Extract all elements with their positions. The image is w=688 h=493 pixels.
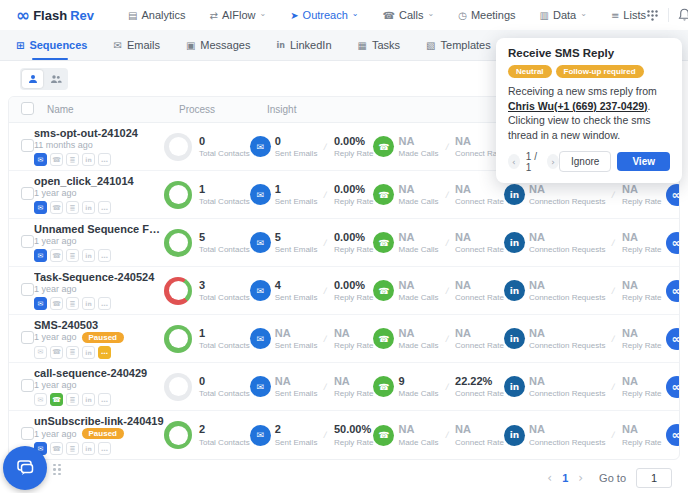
- call-metrics: ☎ NA Made Calls / NA Connect Rate: [373, 327, 503, 350]
- my-sequences-toggle[interactable]: [22, 70, 43, 88]
- popup-page-indicator: 1 / 1: [526, 151, 541, 173]
- templates-icon: ▧: [426, 40, 435, 51]
- goto-page-input[interactable]: [636, 468, 672, 488]
- open-sequence-button[interactable]: ∞: [666, 424, 680, 446]
- total-contacts-label: Total Contacts: [199, 438, 250, 447]
- task-step-icon: ≣: [66, 249, 79, 262]
- row-checkbox[interactable]: [21, 283, 34, 296]
- connect-rate-value: NA: [455, 231, 504, 243]
- total-contacts-label: Total Contacts: [199, 197, 250, 206]
- connect-rate-label: Connect Rate: [455, 341, 504, 350]
- notifications-bell-icon[interactable]: [678, 8, 688, 22]
- open-sequence-button[interactable]: ∞: [666, 328, 680, 350]
- sequence-name[interactable]: unSubscribe-link-240419: [34, 415, 164, 427]
- reply-rate-value: NA: [334, 327, 374, 339]
- divider: /: [611, 430, 616, 440]
- tab-linkedin[interactable]: in LinkedIn: [276, 30, 331, 60]
- nav-item-outreach[interactable]: ➤ Outreach ⌄: [290, 9, 358, 21]
- row-checkbox[interactable]: [21, 331, 34, 344]
- open-sequence-button[interactable]: ∞: [666, 232, 680, 254]
- divider: /: [444, 430, 449, 440]
- tab-templates[interactable]: ▧ Templates: [426, 30, 491, 60]
- tab-messages[interactable]: ▣ Messages: [186, 30, 251, 60]
- made-calls-value: NA: [398, 183, 438, 195]
- table-row[interactable]: SMS-240503 1 year ago Paused ✉ ☎ ≣ in … …: [9, 315, 679, 363]
- select-all-checkbox[interactable]: [21, 102, 34, 115]
- nav-item-data[interactable]: ▥ Data ⌄: [540, 9, 587, 21]
- tab-tasks[interactable]: ▦ Tasks: [358, 30, 401, 60]
- fab-drag-handle[interactable]: [53, 464, 61, 476]
- ignore-button[interactable]: Ignore: [559, 151, 611, 172]
- linkedin-reply-rate-value: NA: [622, 231, 662, 243]
- nav-item-aiflow[interactable]: ⇄ AIFlow ⌄: [209, 9, 266, 21]
- top-nav: ∞ FlashRev ▤ Analytics ⇄ AIFlow ⌄ ➤ Outr…: [0, 0, 688, 30]
- next-page-icon[interactable]: ›: [578, 471, 583, 485]
- table-row[interactable]: unSubscribe-link-240419 1 year ago Pause…: [9, 411, 679, 459]
- tab-sequences[interactable]: ⊞ Sequences: [16, 30, 87, 60]
- process-donut: [164, 373, 192, 401]
- all-sequences-toggle[interactable]: [45, 70, 66, 88]
- phone-icon: ☎: [373, 184, 394, 205]
- nav-item-calls[interactable]: ☎ Calls ⌄: [383, 9, 435, 21]
- dialpad-icon[interactable]: [646, 9, 659, 22]
- tab-emails[interactable]: ✉ Emails: [113, 30, 159, 60]
- row-checkbox[interactable]: [21, 427, 34, 440]
- sequence-age: 1 year ago: [34, 380, 77, 390]
- outreach-icon: ➤: [290, 10, 298, 21]
- channel-steps: ✉ ☎ ≣ in …: [34, 153, 164, 166]
- channel-steps: ✉ ☎ ≣ in …: [34, 346, 164, 359]
- email-icon: ✉: [250, 184, 271, 205]
- phone-icon: ☎: [373, 376, 394, 397]
- insight-cell: ✉ NA Sent Emails / NA Reply Rate ☎ NA Ma…: [250, 327, 666, 350]
- sequence-name[interactable]: SMS-240503: [34, 319, 164, 331]
- table-row[interactable]: call-sequence-240429 1 year ago ✉ ☎ ≣ in…: [9, 363, 679, 411]
- total-contacts-label: Total Contacts: [199, 341, 250, 350]
- linkedin-metrics: in NA Connection Requests / NA Reply Rat…: [504, 231, 662, 254]
- row-checkbox[interactable]: [21, 379, 34, 392]
- total-contacts-value: 1: [199, 183, 250, 195]
- message-icon: ▣: [186, 40, 195, 51]
- contact-link[interactable]: Chris Wu(+1 (669) 237-0429): [508, 100, 648, 112]
- linkedin-reply-rate-label: Reply Rate: [622, 197, 662, 206]
- sequence-name[interactable]: Task-Sequence-240524: [34, 271, 164, 283]
- nav-item-lists[interactable]: ≡ Lists: [611, 9, 646, 21]
- chat-fab-button[interactable]: [3, 446, 47, 490]
- connect-rate-label: Connect Rate: [455, 438, 504, 447]
- linkedin-icon: in: [504, 280, 525, 301]
- process-cell: 0 Total Contacts: [164, 373, 250, 401]
- sequence-name-cell: unSubscribe-link-240419 1 year ago Pause…: [34, 415, 164, 455]
- open-sequence-button[interactable]: ∞: [666, 280, 680, 302]
- row-checkbox[interactable]: [21, 139, 34, 152]
- total-contacts-label: Total Contacts: [199, 149, 250, 158]
- open-sequence-button[interactable]: ∞: [666, 184, 680, 206]
- popup-prev-icon[interactable]: ‹: [508, 154, 520, 169]
- reply-rate-label: Reply Rate: [334, 197, 374, 206]
- table-row[interactable]: Task-Sequence-240524 1 year ago ✉ ☎ ≣ in…: [9, 267, 679, 315]
- table-row[interactable]: Unnamed Sequence Fri Sep 06 2024 20:0...…: [9, 219, 679, 267]
- row-checkbox[interactable]: [21, 235, 34, 248]
- connect-rate-label: Connect Rate: [455, 245, 504, 254]
- nav-item-analytics[interactable]: ▤ Analytics: [128, 9, 185, 21]
- process-cell: 0 Total Contacts: [164, 133, 250, 161]
- database-icon: ▥: [540, 10, 549, 21]
- sequence-name[interactable]: Unnamed Sequence Fri Sep 06 2024 20:0...: [34, 223, 164, 235]
- nav-label: Data: [553, 9, 576, 21]
- paused-badge: Paused: [82, 428, 124, 439]
- linkedin-reply-rate-value: NA: [622, 279, 662, 291]
- popup-next-icon[interactable]: ›: [547, 154, 559, 169]
- email-metrics: ✉ 4 Sent Emails / 0.00% Reply Rate: [250, 279, 374, 302]
- row-checkbox[interactable]: [21, 187, 34, 200]
- view-button[interactable]: View: [617, 152, 670, 171]
- brand-logo[interactable]: ∞ FlashRev: [16, 7, 94, 24]
- sequence-name[interactable]: open_click_241014: [34, 175, 164, 187]
- nav-item-meetings[interactable]: ◷ Meetings: [458, 9, 515, 21]
- sequence-name[interactable]: call-sequence-240429: [34, 367, 164, 379]
- page-number[interactable]: 1: [562, 472, 568, 484]
- linkedin-metrics: in NA Connection Requests / NA Reply Rat…: [504, 423, 662, 446]
- prev-page-icon[interactable]: ‹: [547, 471, 552, 485]
- divider: /: [444, 238, 449, 248]
- channel-steps: ✉ ☎ ≣ in …: [34, 442, 164, 455]
- open-sequence-button[interactable]: ∞: [666, 376, 680, 398]
- made-calls-value: 9: [398, 375, 438, 387]
- sequence-name[interactable]: sms-opt-out-241024: [34, 127, 164, 139]
